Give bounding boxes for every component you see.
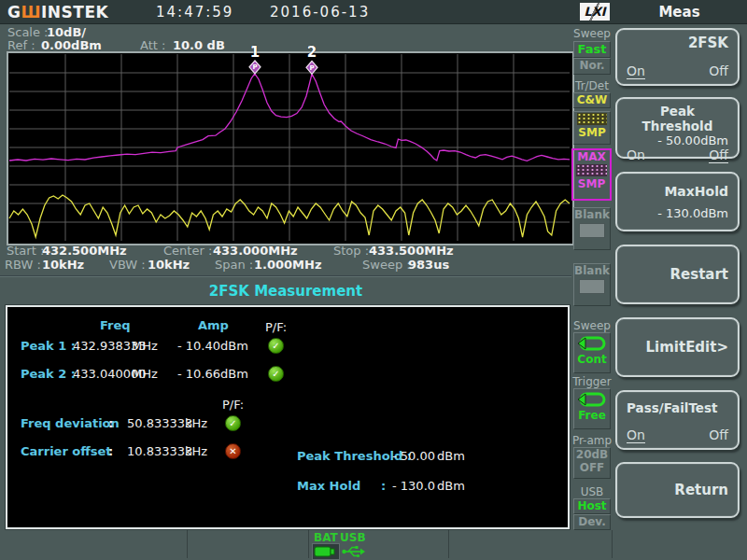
pramp-label: Pr-amp xyxy=(571,434,613,447)
softkey-restart[interactable]: Restart xyxy=(615,245,740,304)
sweep-fast-indicator: Fast xyxy=(573,41,611,58)
logo-w: Ш xyxy=(21,3,41,21)
blank-label: Blank xyxy=(574,208,610,221)
lxi-logo-icon: LXI xyxy=(580,3,610,21)
menu-title: Meas xyxy=(612,4,747,21)
peak1-pass-icon: ✓ xyxy=(268,338,284,354)
carrier-offset-colon: : xyxy=(108,444,113,458)
spectrum-display: P1P2 xyxy=(7,51,574,245)
peak1-freq-unit: MHz xyxy=(132,339,158,353)
peak2-pass-icon: ✓ xyxy=(268,366,284,382)
peak-threshold-on-option[interactable]: On xyxy=(627,147,645,163)
scale-value: 10dB/ xyxy=(47,25,86,39)
freq-deviation-colon: : xyxy=(108,416,113,430)
cont-label: Cont xyxy=(574,353,610,366)
peak-threshold-title: Peak Threshold xyxy=(627,104,728,133)
loop-icon xyxy=(577,335,607,352)
trigger-free-indicator: Free xyxy=(573,388,611,429)
maxhold-trace-indicator: MAX SMP xyxy=(571,148,612,201)
2fsk-on-option[interactable]: On xyxy=(627,63,645,79)
smp-label: SMP xyxy=(574,126,610,139)
span-value: 1.000MHz xyxy=(254,258,322,272)
carrier-offset-fail-icon: ✕ xyxy=(225,443,241,459)
smp-pattern xyxy=(577,113,607,125)
peak-threshold-value: - 50.00dBm xyxy=(627,133,728,147)
vbw-label: VBW : xyxy=(109,258,146,272)
span-label: Span : xyxy=(215,258,253,272)
pass-fail-on-option[interactable]: On xyxy=(627,427,645,443)
att-value: 10.0 dB xyxy=(173,38,225,52)
softkey-maxhold[interactable]: MaxHold - 130.0dBm xyxy=(615,172,740,231)
rbw-label: RBW : xyxy=(5,258,41,272)
max-hold-value: - 130.0 xyxy=(392,479,435,493)
pass-fail-title: Pass/FailTest xyxy=(627,400,728,415)
date: 2016-06-13 xyxy=(270,4,370,21)
ref-value: 0.00dBm xyxy=(41,38,102,52)
maxhold-title: MaxHold xyxy=(627,184,728,199)
softkey-limit-edit[interactable]: LimitEdit> xyxy=(615,317,740,377)
rbw-value: 10kHz xyxy=(42,258,84,272)
blank-indicator-1: Blank xyxy=(573,207,611,250)
restart-title: Restart xyxy=(627,266,728,283)
limit-edit-title: LimitEdit> xyxy=(627,339,728,356)
divider xyxy=(187,530,188,558)
max-smp-pattern xyxy=(576,164,607,176)
measurement-panel-title: 2FSK Measurement xyxy=(0,283,571,300)
usb-dev-indicator: Dev. xyxy=(573,514,611,530)
return-title: Return xyxy=(627,482,728,498)
scale-label: Scale : xyxy=(7,25,49,39)
blank-swatch xyxy=(579,223,605,238)
bottom-status-bar xyxy=(0,530,747,560)
pass-fail-off-option[interactable]: Off xyxy=(709,427,728,443)
freq-deviation-unit: kHz xyxy=(185,416,207,430)
sweep-mode-label: Sweep xyxy=(571,27,613,40)
logo-rest: INSTEK xyxy=(41,3,108,21)
peak-threshold-value: - 50.00 xyxy=(392,449,435,463)
usb-host-indicator: Host xyxy=(573,498,611,514)
max-smp-label: SMP xyxy=(573,177,610,190)
softkey-2fsk-title: 2FSK xyxy=(627,35,728,51)
svg-text:P: P xyxy=(309,64,314,72)
start-value: 432.500MHz xyxy=(42,244,127,258)
svg-text:P: P xyxy=(252,63,257,71)
softkey-return[interactable]: Return xyxy=(615,462,740,518)
carrier-offset-label: Carrier offset xyxy=(21,444,112,458)
softkey-peak-threshold[interactable]: Peak Threshold - 50.00dBm OnOff xyxy=(615,97,740,159)
pramp-off: OFF xyxy=(574,461,610,474)
peak-marker-2: P2 xyxy=(306,44,317,74)
gwinstek-logo: GШINSTEK xyxy=(7,3,108,21)
carrier-offset-value: 10.833333 xyxy=(127,444,192,458)
freq-deviation-value: 50.833333 xyxy=(127,416,192,430)
maxhold-value: - 130.0dBm xyxy=(627,206,728,220)
peak2-amp: - 10.66 xyxy=(177,367,220,381)
loop-icon xyxy=(577,391,607,408)
pramp-indicator: 20dB OFF xyxy=(573,447,611,479)
divider xyxy=(448,530,449,558)
blank-indicator-2: Blank xyxy=(573,263,611,306)
att-label: Att : xyxy=(140,38,165,52)
svg-text:1: 1 xyxy=(250,44,260,61)
logo-g: G xyxy=(7,3,21,21)
carrier-offset-unit: kHz xyxy=(185,444,207,458)
trdet-cw-indicator: C&W xyxy=(573,92,611,108)
max-hold-colon: : xyxy=(381,479,386,493)
stop-label: Stop : xyxy=(333,244,369,258)
center-value: 433.000MHz xyxy=(213,244,298,258)
ref-label: Ref : xyxy=(7,38,35,52)
trdet-label: Tr/Det xyxy=(571,79,613,92)
softkey-2fsk[interactable]: 2FSK OnOff xyxy=(615,28,740,86)
center-label: Center : xyxy=(163,244,212,258)
peak-threshold-off-option[interactable]: Off xyxy=(709,147,728,163)
softkey-pass-fail-test[interactable]: Pass/FailTest OnOff xyxy=(615,390,740,450)
freq-deviation-label: Freq deviation xyxy=(21,416,120,430)
peak-threshold-unit: dBm xyxy=(437,449,465,463)
peak2-amp-unit: dBm xyxy=(220,367,248,381)
usb-label: USB xyxy=(340,531,366,544)
2fsk-off-option[interactable]: Off xyxy=(709,63,728,79)
peak-marker-1: P1 xyxy=(249,44,261,74)
pf2-header: P/F: xyxy=(222,398,244,412)
blank-swatch xyxy=(579,279,605,294)
sweep-cont-label: Sweep xyxy=(571,319,613,332)
peak1-amp-unit: dBm xyxy=(220,339,248,353)
blank-label: Blank xyxy=(574,264,610,277)
